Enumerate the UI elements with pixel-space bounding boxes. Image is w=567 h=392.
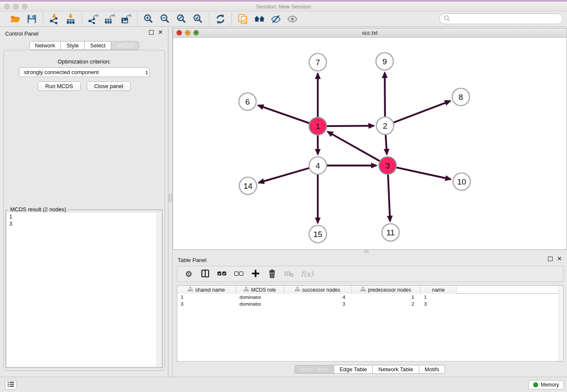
close-panel-icon[interactable]: ✕: [158, 30, 163, 35]
zoom-in-button[interactable]: [141, 13, 156, 25]
export-image-button[interactable]: [119, 13, 133, 25]
node-11[interactable]: 11: [382, 224, 399, 241]
open-session-button[interactable]: [8, 13, 22, 25]
node-14[interactable]: 14: [239, 177, 257, 195]
tab-edge-table[interactable]: Edge Table: [334, 365, 373, 374]
export-table-button[interactable]: [102, 13, 117, 25]
show-all-button[interactable]: [285, 13, 300, 25]
search-input[interactable]: [452, 15, 559, 22]
table-cell[interactable]: 3: [284, 301, 352, 307]
edge-1-2[interactable]: [327, 126, 374, 126]
node-7[interactable]: 7: [309, 54, 327, 71]
zoom-selected-button[interactable]: [191, 13, 205, 25]
task-history-button[interactable]: [5, 380, 17, 389]
mcds-result-list[interactable]: 13: [7, 213, 161, 367]
float-panel-icon[interactable]: [548, 257, 553, 261]
edge-3-10[interactable]: [396, 168, 451, 179]
node-label: 15: [313, 230, 322, 239]
tab-mcds[interactable]: MCDS: [111, 41, 139, 50]
column-header-MCDS-role[interactable]: MCDS role: [236, 286, 284, 294]
edge-1-6[interactable]: [258, 105, 309, 123]
column-header-successor-nodes[interactable]: successor nodes: [284, 286, 352, 294]
node-4[interactable]: 4: [309, 157, 327, 174]
table-row[interactable]: 3dominator323: [177, 301, 563, 307]
table-settings-button[interactable]: ⚙: [184, 268, 193, 280]
node-10[interactable]: 10: [453, 173, 471, 190]
splitter-grip[interactable]: [169, 194, 172, 202]
search-box[interactable]: [439, 14, 563, 24]
select-all-columns-button[interactable]: [217, 268, 227, 280]
apply-layout-button[interactable]: [213, 13, 228, 25]
zoom-fit-button[interactable]: [174, 13, 189, 25]
table-cell[interactable]: dominator: [236, 301, 284, 307]
criterion-select[interactable]: strongly connected component ▴▾: [19, 67, 150, 77]
memory-button[interactable]: Memory: [528, 380, 564, 389]
table-row[interactable]: 1dominator411: [177, 294, 563, 301]
edge-4-14[interactable]: [259, 168, 309, 183]
function-builder-button[interactable]: f(x): [301, 268, 313, 280]
zoom-out-button[interactable]: [158, 13, 172, 25]
deselect-all-columns-button[interactable]: [234, 268, 244, 280]
import-network-button[interactable]: [47, 13, 61, 25]
select-stepper-icon: ▴▾: [146, 70, 148, 75]
node-8[interactable]: 8: [452, 88, 470, 106]
network-window-titlebar[interactable]: ✕ − + scc.txt: [173, 28, 567, 38]
table-scrollbar[interactable]: [559, 286, 563, 361]
node-3[interactable]: 3: [379, 157, 396, 174]
node-2[interactable]: 2: [377, 117, 394, 135]
table-cell[interactable]: 4: [284, 294, 352, 301]
close-panel-button[interactable]: Close panel: [87, 81, 131, 91]
tab-node-table[interactable]: Node Table: [295, 365, 334, 374]
table-panel: Table Panel ✕ ⚙f(x) shared nameMCDS role…: [173, 253, 567, 377]
edge-3-11[interactable]: [388, 175, 390, 221]
node-6[interactable]: 6: [239, 93, 256, 110]
vertical-splitter[interactable]: [168, 27, 173, 377]
tab-style[interactable]: Style: [61, 41, 85, 50]
tab-select[interactable]: Select: [85, 41, 111, 50]
import-table-button[interactable]: [63, 13, 78, 25]
result-scrollbar[interactable]: [157, 213, 161, 367]
node-9[interactable]: 9: [376, 53, 394, 70]
delete-columns-button[interactable]: [267, 268, 277, 280]
column-header-shared-name[interactable]: shared name: [177, 286, 236, 294]
tab-network[interactable]: Network: [29, 41, 61, 50]
edge-3-1[interactable]: [328, 132, 380, 161]
run-mcds-button[interactable]: Run MCDS: [38, 81, 81, 91]
save-session-button[interactable]: [25, 13, 39, 25]
column-header-predecessor-nodes[interactable]: predecessor nodes: [352, 286, 421, 294]
tab-motifs[interactable]: Motifs: [419, 365, 445, 374]
table-cell[interactable]: 2: [352, 301, 421, 307]
export-network-icon: [88, 14, 99, 25]
create-column-button[interactable]: [251, 268, 260, 280]
mcds-result-item[interactable]: 3: [9, 221, 159, 228]
mcds-result-item[interactable]: 1: [9, 213, 159, 221]
table-cell[interactable]: 1: [421, 294, 457, 301]
export-network-button[interactable]: [86, 13, 100, 25]
float-panel-icon[interactable]: [149, 30, 154, 35]
edge-2-9[interactable]: [385, 73, 385, 117]
zoom-selected-icon: [193, 14, 204, 25]
main-toolbar: [0, 11, 567, 27]
clone-network-button[interactable]: [236, 13, 250, 25]
table-cell[interactable]: 3: [177, 301, 236, 307]
node-15[interactable]: 15: [309, 226, 327, 243]
network-canvas[interactable]: 7968124314101511: [173, 38, 567, 249]
zoom-in-icon: [143, 14, 154, 25]
edge-2-3[interactable]: [385, 135, 387, 155]
horizontal-splitter[interactable]: [173, 250, 567, 253]
column-header-name[interactable]: name: [421, 286, 457, 294]
edge-2-8[interactable]: [394, 101, 450, 122]
table-cell[interactable]: dominator: [236, 294, 284, 301]
delete-table-button[interactable]: [284, 268, 294, 280]
table-cell[interactable]: 3: [421, 301, 457, 307]
splitter-grip[interactable]: [364, 250, 369, 253]
table-cell[interactable]: 1: [177, 294, 236, 301]
tab-network-table[interactable]: Network Table: [373, 365, 419, 374]
show-columns-button[interactable]: [201, 268, 210, 280]
node-label: 7: [316, 58, 320, 67]
first-neighbors-button[interactable]: [252, 13, 267, 25]
node-1[interactable]: 1: [309, 118, 327, 135]
close-panel-icon[interactable]: ✕: [557, 256, 562, 261]
hide-selected-button[interactable]: [269, 13, 283, 25]
table-cell[interactable]: 1: [352, 294, 421, 301]
